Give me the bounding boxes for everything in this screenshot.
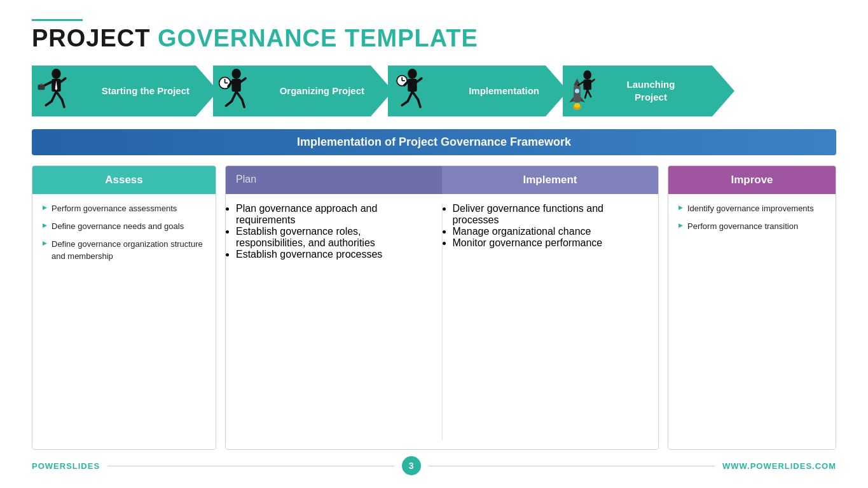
footer: POWERSLIDES 3 WWW.POWERLIDES.COM — [32, 456, 836, 475]
svg-point-22 — [408, 68, 417, 78]
plan-implement-body: Plan governance approach and requirement… — [226, 194, 658, 449]
assess-list: Perform governance assessments Define go… — [43, 203, 205, 262]
card-assess-body: Perform governance assessments Define go… — [32, 194, 216, 449]
assess-item-1: Perform governance assessments — [43, 203, 205, 214]
svg-point-0 — [52, 68, 60, 78]
arrow-label-1: Starting the Project — [64, 85, 189, 96]
svg-rect-15 — [231, 79, 240, 92]
plan-body-col: Plan governance approach and requirement… — [226, 203, 443, 440]
title-underline — [32, 19, 83, 21]
main-title: PROJECT GOVERNANCE TEMPLATE — [32, 25, 836, 52]
svg-line-9 — [56, 91, 62, 99]
footer-line-left — [107, 466, 394, 466]
svg-point-11 — [231, 68, 240, 78]
figure-2 — [216, 68, 252, 114]
implement-header: Implement — [442, 166, 658, 194]
improve-item-1: Identify governance improvements — [679, 203, 825, 214]
plan-implement-header: Plan Implement — [226, 166, 658, 194]
arrow-label-2: Organizing Project — [242, 85, 364, 96]
brand-slides: SLIDES — [66, 461, 100, 471]
brand-power: POWER — [32, 461, 66, 471]
implement-list: Deliver governance functions and process… — [453, 203, 649, 249]
plan-item-1: Plan governance approach and requirement… — [236, 203, 432, 226]
svg-point-34 — [574, 102, 580, 107]
framework-banner: Implementation of Project Governance Fra… — [32, 129, 836, 155]
implement-item-2: Manage organizational chance — [453, 226, 649, 237]
implement-item-3: Monitor governance performance — [453, 237, 649, 249]
implement-item-1: Deliver governance functions and process… — [453, 203, 649, 226]
card-improve-header: Improve — [668, 166, 836, 194]
svg-line-7 — [52, 91, 56, 101]
svg-rect-5 — [40, 83, 43, 85]
plan-list: Plan governance approach and requirement… — [236, 203, 432, 260]
title-part2: GOVERNANCE TEMPLATE — [158, 25, 478, 52]
plan-header: Plan — [226, 166, 442, 194]
plan-item-2: Establish governance roles, responsibili… — [236, 226, 432, 249]
svg-line-45 — [588, 90, 591, 97]
svg-rect-26 — [408, 79, 417, 92]
arrows-row: Starting the Project — [32, 64, 836, 118]
assess-item-2: Define governance needs and goals — [43, 221, 205, 232]
svg-line-21 — [242, 99, 245, 107]
svg-line-8 — [46, 101, 52, 105]
svg-line-30 — [402, 101, 408, 105]
svg-line-6 — [61, 78, 65, 81]
improve-item-2: Perform governance transition — [679, 221, 825, 232]
assess-item-3: Define governance organization structure… — [43, 239, 205, 261]
svg-line-17 — [241, 78, 245, 81]
figure-4 — [565, 68, 600, 114]
svg-line-10 — [62, 99, 64, 107]
title-section: PROJECT GOVERNANCE TEMPLATE — [32, 19, 836, 52]
svg-line-20 — [237, 91, 242, 99]
svg-line-29 — [408, 91, 412, 101]
svg-line-18 — [231, 91, 236, 101]
arrow-label-3: Implementation — [434, 85, 539, 96]
card-assess: Assess Perform governance assessments De… — [32, 165, 216, 450]
svg-line-31 — [412, 91, 418, 99]
card-improve-body: Identify governance improvements Perform… — [668, 194, 836, 449]
title-part1: PROJECT — [32, 25, 158, 52]
svg-point-37 — [575, 88, 579, 93]
improve-list: Identify governance improvements Perform… — [679, 203, 825, 232]
card-improve: Improve Identify governance improvements… — [668, 165, 836, 450]
footer-line-right — [429, 466, 715, 466]
svg-marker-38 — [569, 97, 574, 102]
svg-line-28 — [417, 78, 422, 81]
svg-rect-41 — [583, 80, 591, 90]
implement-body-col: Deliver governance functions and process… — [443, 203, 659, 440]
card-assess-header: Assess — [32, 166, 216, 194]
figure-1 — [34, 68, 71, 114]
cards-row: Assess Perform governance assessments De… — [32, 165, 836, 450]
footer-website: WWW.POWERLIDES.COM — [722, 461, 836, 471]
card-plan-implement: Plan Implement Plan governance approach … — [225, 165, 659, 450]
main-page: PROJECT GOVERNANCE TEMPLATE Starting the… — [0, 0, 868, 488]
figure-3 — [390, 68, 427, 114]
svg-rect-35 — [574, 85, 581, 102]
footer-page-number: 3 — [402, 456, 421, 475]
svg-line-32 — [418, 99, 420, 107]
svg-point-40 — [583, 70, 591, 79]
plan-item-3: Establish governance processes — [236, 249, 432, 260]
arrow-label-4: LaunchingProject — [594, 78, 675, 103]
svg-rect-4 — [38, 85, 45, 90]
footer-brand: POWERSLIDES — [32, 461, 100, 471]
svg-line-43 — [591, 80, 595, 82]
svg-line-19 — [226, 101, 231, 106]
